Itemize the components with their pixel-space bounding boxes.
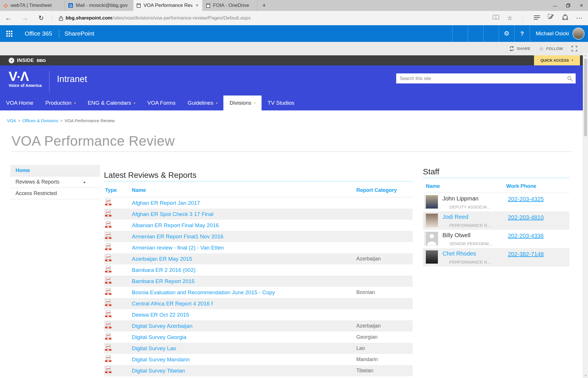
- url-field[interactable]: bbg.sharepoint.com/sites/voa/divisions/v…: [65, 15, 250, 21]
- reading-view-icon[interactable]: [492, 15, 500, 22]
- restore-button[interactable]: [562, 0, 575, 11]
- more-actions-icon[interactable]: ⋯: [576, 14, 583, 22]
- help-icon[interactable]: ?: [514, 25, 530, 42]
- voa-logo-subtitle: Voice of America: [9, 83, 42, 88]
- browser-tab[interactable]: FOIA - OneDrive ×: [203, 0, 257, 11]
- report-link[interactable]: Deewa ER Oct 22 2015: [132, 312, 356, 318]
- hub-icon[interactable]: [533, 15, 540, 21]
- sidebar-item-label: Access Restricted: [16, 190, 57, 196]
- report-link[interactable]: Digital Survey Tibetan: [132, 368, 356, 374]
- settings-gear-icon[interactable]: ⚙: [499, 25, 514, 42]
- report-link[interactable]: Armenian review - final (2) - Van Etten: [132, 245, 356, 251]
- breadcrumb-link[interactable]: VOA: [7, 118, 16, 123]
- staff-name[interactable]: Jodi Reed: [442, 214, 468, 220]
- table-row: pdf Albanian ER Report Final May 2016: [104, 220, 413, 231]
- sidebar-item[interactable]: Reviews & Reports ▸: [10, 176, 100, 188]
- sidebar-item[interactable]: Home ▸: [10, 165, 100, 176]
- nav-label: Divisions: [229, 96, 251, 110]
- staff-name[interactable]: Chet Rhodes: [442, 250, 476, 257]
- browser-tab[interactable]: webTA | Timesheet ×: [0, 0, 65, 11]
- share-label: SHARE: [517, 46, 531, 51]
- report-link[interactable]: Albanian ER Report Final May 2016: [132, 222, 356, 229]
- report-link[interactable]: Bambara ER Report 2015: [132, 278, 356, 285]
- report-link[interactable]: Armenian ER Report Final1 Nov 2016: [132, 233, 356, 240]
- inside-bbg-link[interactable]: ◄ INSIDE BBG: [0, 58, 46, 63]
- tab-close-icon[interactable]: ×: [195, 3, 199, 8]
- top-nav-item[interactable]: ENG & Calendars ▾: [82, 96, 141, 110]
- column-header-work-phone[interactable]: Work Phone: [506, 183, 569, 189]
- follow-button[interactable]: ☆ FOLLOW: [536, 46, 566, 52]
- browser-tab[interactable]: Mail - mosicki@bbg.gov ×: [65, 0, 133, 11]
- top-nav-item[interactable]: Guidelines ▾: [181, 96, 223, 110]
- report-link[interactable]: Afghan ER Report Jan 2017: [132, 200, 356, 206]
- window-controls: — ×: [548, 0, 588, 11]
- column-header-type[interactable]: Type: [105, 187, 132, 193]
- tab-favicon: [3, 3, 8, 8]
- report-link[interactable]: Central Africa ER Report 4 2016 f: [132, 301, 356, 307]
- page-title: VOA Performance Review: [11, 134, 583, 148]
- pdf-file-icon: pdf: [105, 311, 132, 319]
- top-nav-item[interactable]: Divisions ▾: [223, 96, 262, 110]
- scrollbar-thumb[interactable]: [584, 59, 587, 136]
- scroll-down-icon[interactable]: ∨: [583, 373, 588, 378]
- report-link[interactable]: Digital Survey Georgia: [132, 334, 356, 340]
- staff-table-header: Name Work Phone: [423, 178, 569, 193]
- reports-rows: pdf Afghan ER Report Jan 2017 pdf Afghan…: [104, 197, 413, 376]
- pdf-file-icon: pdf: [105, 299, 132, 308]
- focus-mode-button[interactable]: [569, 46, 580, 51]
- nav-label: Production: [45, 96, 71, 110]
- staff-phone-link[interactable]: 202-382-7148: [508, 251, 544, 264]
- breadcrumb-item: VOA >: [7, 118, 22, 123]
- top-nav: VOA Home ▾ Production ▾ ENG & Calendars …: [0, 96, 300, 110]
- top-nav-item[interactable]: VOA Home ▾: [0, 96, 39, 110]
- top-nav-item[interactable]: TV Studios ▾: [262, 96, 300, 110]
- quick-access-button[interactable]: QUICK ACCESS ▼: [534, 55, 580, 65]
- report-link[interactable]: Azerbaijan ER May 2015: [132, 256, 356, 262]
- office365-link[interactable]: Office 365: [18, 30, 54, 37]
- minimize-button[interactable]: —: [548, 0, 562, 11]
- report-category: Georgian: [356, 334, 413, 340]
- breadcrumb-link[interactable]: Offices & Divisions: [22, 118, 58, 123]
- top-nav-item[interactable]: VOA Forms ▾: [141, 96, 181, 110]
- back-icon[interactable]: ←: [0, 14, 17, 22]
- favorites-star-icon[interactable]: ☆: [507, 15, 512, 22]
- user-avatar: [573, 28, 584, 39]
- inside-label: INSIDE: [17, 58, 34, 63]
- browser-tab[interactable]: VOA Performance Revie ×: [133, 0, 203, 11]
- divider: [59, 30, 59, 38]
- staff-row: Billy Otwell SENIOR PERFORM... 202-203-4…: [423, 230, 569, 248]
- tab-title: Mail - mosicki@bbg.gov: [76, 3, 129, 8]
- column-header-name[interactable]: Name: [132, 187, 356, 193]
- column-header-category[interactable]: Report Category: [356, 187, 413, 193]
- report-link[interactable]: Digital Survey Azerbaijan: [132, 323, 356, 329]
- new-tab-button[interactable]: +: [257, 0, 271, 11]
- report-link[interactable]: Afghan ER Spot Check 3 17 Final: [132, 211, 356, 217]
- web-note-icon[interactable]: [548, 14, 554, 22]
- scroll-up-icon[interactable]: ∧: [583, 53, 588, 58]
- search-input[interactable]: [396, 76, 567, 81]
- search-icon[interactable]: [567, 76, 573, 81]
- refresh-icon[interactable]: ↻: [33, 14, 49, 22]
- staff-photo: [425, 195, 438, 209]
- report-link[interactable]: Bosnia Evaluation and Recommendation Jun…: [132, 289, 356, 296]
- staff-phone-link[interactable]: 202-203-4810: [508, 214, 544, 228]
- sharepoint-link[interactable]: SharePoint: [64, 30, 94, 37]
- share-icon[interactable]: [562, 14, 568, 22]
- sidebar-item[interactable]: Access Restricted ▸: [10, 188, 100, 199]
- report-link[interactable]: Digital Survey Mandarin: [132, 356, 356, 363]
- close-button[interactable]: ×: [575, 0, 588, 11]
- top-nav-item[interactable]: Production ▾: [39, 96, 82, 110]
- report-link[interactable]: Bambara ER 2 2016 (002): [132, 267, 356, 273]
- forward-icon[interactable]: →: [17, 14, 33, 22]
- share-button[interactable]: SHARE: [506, 46, 533, 51]
- column-header-staff-name[interactable]: Name: [423, 183, 506, 189]
- app-launcher-icon[interactable]: [0, 25, 18, 42]
- site-search-box: [396, 73, 576, 83]
- staff-phone-link[interactable]: 202-203-4325: [508, 196, 544, 209]
- report-link[interactable]: Digital Survey Lao: [132, 345, 356, 352]
- user-menu[interactable]: Michael Osicki: [530, 25, 588, 42]
- back-circle-icon: ◄: [9, 58, 14, 63]
- sync-icon: [509, 46, 514, 51]
- voa-logo[interactable]: V●Λ Voice of America: [9, 70, 42, 88]
- staff-phone-link[interactable]: 202-203-4336: [508, 233, 544, 246]
